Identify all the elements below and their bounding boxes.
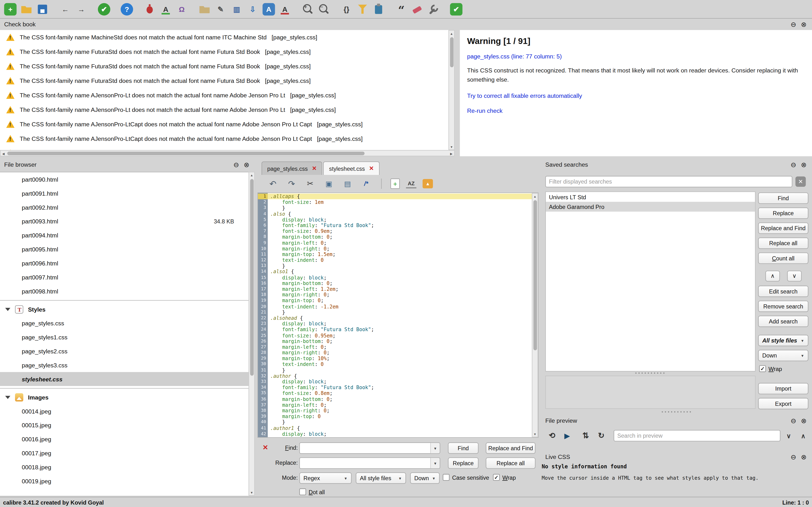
- text-style-icon[interactable]: A: [262, 3, 275, 15]
- warning-item[interactable]: The CSS font-family name FuturaStd does …: [0, 45, 448, 59]
- move-search-up-button[interactable]: ∧: [765, 271, 780, 281]
- code-line[interactable]: 5 display: block;: [258, 217, 532, 222]
- count-all-button[interactable]: Count all: [758, 252, 808, 264]
- code-line[interactable]: 34 font-family: "Futura Std Book";: [258, 385, 532, 390]
- file-row[interactable]: page_styles.css: [0, 316, 249, 330]
- code-line[interactable]: 42 display: block;: [258, 431, 532, 437]
- close-find-icon[interactable]: ✕: [262, 444, 268, 451]
- insert-image-icon[interactable]: ▲: [422, 179, 433, 188]
- code-line[interactable]: 41.author1 {: [258, 425, 532, 431]
- wrench-icon[interactable]: [427, 3, 440, 15]
- code-line[interactable]: 25 font-size: 0.95em;: [258, 332, 532, 338]
- comment-icon[interactable]: /*: [360, 177, 372, 190]
- import-button[interactable]: Import: [758, 383, 808, 394]
- code-line[interactable]: 21 }: [258, 309, 532, 315]
- help-icon[interactable]: ?: [121, 3, 133, 15]
- section-styles[interactable]: Styles: [0, 303, 249, 316]
- code-line[interactable]: 3 }: [258, 205, 532, 211]
- code-line[interactable]: 9 margin-left: 0;: [258, 240, 532, 246]
- replace-input[interactable]: [299, 457, 440, 469]
- undock-icon[interactable]: [789, 160, 798, 169]
- code-line[interactable]: 40 }: [258, 419, 532, 425]
- warning-item[interactable]: The CSS font-family name FuturaStd does …: [0, 73, 448, 88]
- file-row[interactable]: page_styles3.css: [0, 358, 249, 372]
- editor-tab[interactable]: stylesheet.css✕: [323, 161, 379, 175]
- saved-replace-and-find-button[interactable]: Replace and Find: [758, 222, 808, 234]
- find-input[interactable]: [299, 443, 440, 454]
- scrollbar-thumb[interactable]: [450, 37, 454, 67]
- filter-icon[interactable]: [356, 3, 369, 15]
- check-book-icon[interactable]: ✔: [98, 3, 110, 15]
- tab-close-icon[interactable]: ✕: [369, 165, 374, 172]
- paste-icon[interactable]: ▤: [341, 177, 354, 190]
- code-line[interactable]: 37 margin-left: 0;: [258, 402, 532, 408]
- file-row[interactable]: part0097.html: [0, 270, 249, 284]
- scope-select[interactable]: All style files▼: [356, 472, 406, 484]
- saved-search-item[interactable]: Adobe Garamond Pro: [546, 202, 755, 212]
- replace-all-button[interactable]: Replace all: [486, 457, 536, 469]
- saved-search-item[interactable]: Univers LT Std: [546, 192, 755, 202]
- scrollbar-thumb[interactable]: [533, 200, 537, 350]
- cut-icon[interactable]: ✂: [304, 177, 316, 190]
- files-icon[interactable]: [198, 3, 211, 15]
- code-line[interactable]: 22.alsohead {: [258, 315, 532, 321]
- code-line[interactable]: 32.author {: [258, 373, 532, 379]
- code-line[interactable]: 24 font-family: "Futura Std Book";: [258, 327, 532, 332]
- sync-icon[interactable]: ⟲: [545, 430, 559, 442]
- close-icon[interactable]: [243, 160, 251, 169]
- case-sensitive-checkbox[interactable]: Case sensitive: [443, 474, 489, 481]
- code-line[interactable]: 30 text-indent: 0: [258, 361, 532, 367]
- zoom-in-icon[interactable]: +: [301, 3, 314, 15]
- file-row[interactable]: part0093.html34.8 KB: [0, 214, 249, 228]
- rerun-check-link[interactable]: Re-run check: [467, 108, 805, 114]
- file-row[interactable]: 00014.jpeg: [0, 404, 249, 418]
- code-line[interactable]: 19 margin-top: 0;: [258, 298, 532, 303]
- scroll-up-icon[interactable]: [449, 31, 454, 36]
- file-row[interactable]: part0098.html: [0, 284, 249, 298]
- search-in-preview-input[interactable]: [614, 430, 780, 441]
- eraser-icon[interactable]: [411, 3, 423, 15]
- file-row[interactable]: part0092.html: [0, 200, 249, 214]
- editor-vscrollbar[interactable]: [532, 193, 538, 437]
- close-icon[interactable]: [800, 416, 808, 425]
- forward-icon[interactable]: →: [75, 3, 88, 15]
- view-icon[interactable]: ▥: [231, 3, 243, 15]
- code-line[interactable]: 33 display: block;: [258, 379, 532, 385]
- editor-tab[interactable]: page_styles.css✕: [262, 161, 322, 175]
- replace-button[interactable]: Replace: [448, 457, 478, 469]
- code-line[interactable]: 38 margin-right: 0;: [258, 408, 532, 413]
- file-row[interactable]: part0090.html: [0, 172, 249, 186]
- file-row[interactable]: part0096.html: [0, 256, 249, 270]
- fix-errors-link[interactable]: Try to correct all fixable errors automa…: [467, 93, 805, 99]
- scroll-down-icon[interactable]: [449, 144, 454, 150]
- replace-and-find-button[interactable]: Replace and Find: [486, 443, 536, 454]
- scrollbar-thumb[interactable]: [250, 179, 254, 376]
- code-line[interactable]: 29 margin-top: 10%;: [258, 355, 532, 361]
- undock-icon[interactable]: [789, 20, 798, 29]
- saved-scope-select[interactable]: All style files▼: [758, 335, 808, 346]
- split-icon[interactable]: ⇅: [579, 430, 593, 442]
- saved-find-button[interactable]: Find: [758, 192, 808, 204]
- code-line[interactable]: 20 text-indent: -1.2em: [258, 303, 532, 309]
- reload-icon[interactable]: ↻: [595, 430, 608, 442]
- file-row[interactable]: part0095.html: [0, 242, 249, 256]
- file-row[interactable]: 00015.jpeg: [0, 418, 249, 432]
- file-row[interactable]: 00017.jpeg: [0, 446, 249, 460]
- file-row[interactable]: stylesheet.css: [0, 372, 249, 386]
- scroll-left-icon[interactable]: [0, 151, 6, 156]
- code-line[interactable]: 15 display: block;: [258, 275, 532, 280]
- insert-tag-icon[interactable]: +: [391, 178, 400, 189]
- code-line[interactable]: 36 margin-bottom: 0;: [258, 396, 532, 402]
- undock-icon[interactable]: [789, 453, 798, 461]
- resize-handle[interactable]: [661, 411, 692, 413]
- code-line[interactable]: 18 margin-right: 0;: [258, 292, 532, 298]
- code-line[interactable]: 26 margin-bottom: 0;: [258, 338, 532, 344]
- back-icon[interactable]: ←: [59, 3, 71, 15]
- edit-icon[interactable]: ✎: [214, 3, 227, 15]
- resize-handle[interactable]: [634, 372, 665, 374]
- warning-item[interactable]: The CSS font-family name AJensonPro-LtCa…: [0, 131, 448, 146]
- warning-item[interactable]: The CSS font-family name AJensonPro-Lt d…: [0, 102, 448, 117]
- spell-check-icon[interactable]: A: [159, 3, 172, 15]
- code-line[interactable]: 17 margin-left: 1.2em;: [258, 286, 532, 292]
- code-line[interactable]: 12 text-indent: 0: [258, 257, 532, 263]
